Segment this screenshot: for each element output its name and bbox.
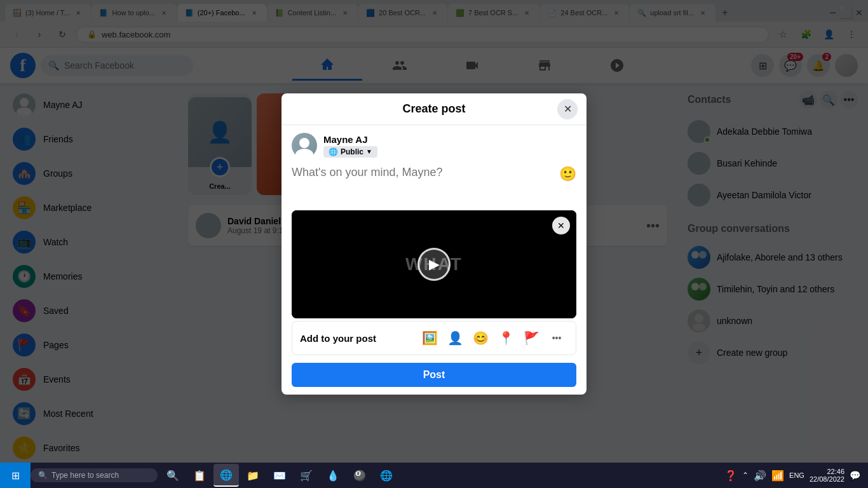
- photo-video-icon[interactable]: 🖼️: [418, 327, 441, 349]
- task-view-icon: 📋: [193, 470, 206, 482]
- post-author-info: Mayne AJ 🌐 Public ▼: [323, 134, 377, 158]
- privacy-chevron-icon: ▼: [366, 148, 372, 155]
- more-options-button[interactable]: •••: [545, 327, 568, 349]
- search-app-icon: 🔍: [166, 470, 179, 482]
- taskbar-explorer[interactable]: 📁: [240, 464, 266, 487]
- amazon-icon: 🛒: [300, 470, 313, 482]
- post-textarea[interactable]: [292, 166, 559, 204]
- add-to-post-bar: Add to your post 🖼️ 👤 😊 📍 🚩 •••: [292, 321, 576, 355]
- taskbar-edge[interactable]: 🌐: [214, 464, 239, 487]
- post-icons: 🖼️ 👤 😊 📍 🚩 •••: [418, 327, 568, 349]
- taskbar-time-display: 22:46: [810, 468, 844, 475]
- video-preview: ✏️ Edit 🖼️ Add Photos/Videos WHAT ▶ ✕: [292, 210, 576, 318]
- feeling-icon[interactable]: 😊: [469, 327, 492, 349]
- textarea-row: 🙂: [292, 166, 576, 204]
- video-preview-inner: WHAT ▶: [292, 210, 576, 318]
- start-button[interactable]: ⊞: [0, 463, 31, 488]
- taskbar-extra[interactable]: 🎱: [347, 464, 372, 487]
- modal-close-button[interactable]: ✕: [557, 99, 578, 119]
- taskbar-mail[interactable]: ✉️: [267, 464, 292, 487]
- chrome-icon: 🌐: [380, 470, 393, 482]
- privacy-label: Public: [341, 147, 363, 156]
- taskbar-search[interactable]: 🔍: [31, 468, 158, 482]
- mail-icon: ✉️: [273, 470, 286, 482]
- play-button[interactable]: ▶: [417, 248, 451, 281]
- taskbar-dropbox[interactable]: 💧: [320, 464, 346, 487]
- taskbar-volume-icon[interactable]: 📶: [771, 470, 784, 482]
- modal-title: Create post: [402, 102, 465, 116]
- modal-header: Create post ✕: [281, 93, 587, 125]
- taskbar-language: ENG: [789, 471, 804, 479]
- taskbar-datetime: 22:46 22/08/2022: [810, 468, 844, 483]
- svg-point-9: [295, 149, 313, 158]
- svg-point-8: [299, 138, 309, 148]
- explorer-icon: 📁: [247, 470, 259, 482]
- taskbar-items: 🔍 📋 🌐 📁 ✉️ 🛒 💧 🎱 🌐: [158, 464, 717, 487]
- emoji-button[interactable]: 🙂: [559, 166, 576, 182]
- extra-icon: 🎱: [353, 470, 366, 482]
- add-to-post-label: Add to your post: [300, 333, 418, 344]
- taskbar-right: ❓ ⌃ 🔊 📶 ENG 22:46 22/08/2022 💬: [717, 468, 868, 483]
- taskbar-amazon[interactable]: 🛒: [294, 464, 319, 487]
- taskbar-task-view[interactable]: 📋: [187, 464, 212, 487]
- modal-overlay[interactable]: Create post ✕ Mayne AJ 🌐 Public ▼: [0, 0, 868, 488]
- dropbox-icon: 💧: [327, 470, 339, 482]
- flag-icon[interactable]: 🚩: [520, 327, 543, 349]
- location-icon[interactable]: 📍: [494, 327, 517, 349]
- taskbar-search-app[interactable]: 🔍: [160, 464, 186, 487]
- remove-video-button[interactable]: ✕: [552, 217, 570, 234]
- taskbar: ⊞ 🔍 🔍 📋 🌐 📁 ✉️ 🛒 💧 🎱 🌐: [0, 463, 868, 488]
- privacy-button[interactable]: 🌐 Public ▼: [323, 146, 377, 158]
- tag-people-icon[interactable]: 👤: [444, 327, 466, 349]
- taskbar-help-icon[interactable]: ❓: [724, 470, 737, 482]
- taskbar-network-icon[interactable]: 🔊: [754, 470, 766, 482]
- taskbar-up-arrow[interactable]: ⌃: [742, 471, 749, 480]
- post-author-row: Mayne AJ 🌐 Public ▼: [292, 133, 576, 158]
- post-button[interactable]: Post: [292, 363, 576, 387]
- create-post-modal: Create post ✕ Mayne AJ 🌐 Public ▼: [281, 93, 587, 395]
- taskbar-chrome[interactable]: 🌐: [374, 464, 399, 487]
- privacy-icon: 🌐: [329, 147, 338, 156]
- edge-icon: 🌐: [220, 469, 233, 481]
- windows-icon: ⊞: [11, 470, 20, 482]
- post-author-avatar: [292, 133, 317, 158]
- taskbar-notification-icon[interactable]: 💬: [850, 470, 860, 480]
- taskbar-search-icon: 🔍: [38, 471, 48, 480]
- taskbar-date-display: 22/08/2022: [810, 475, 844, 483]
- taskbar-search-input[interactable]: [51, 471, 150, 480]
- post-author-name: Mayne AJ: [323, 134, 377, 145]
- modal-body: Mayne AJ 🌐 Public ▼ 🙂 ✏️ Edit: [281, 125, 587, 395]
